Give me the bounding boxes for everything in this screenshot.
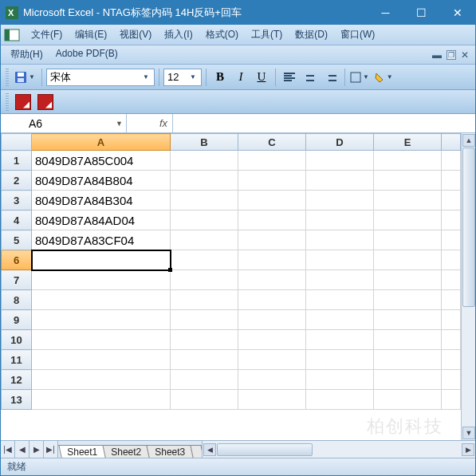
cell-D11[interactable] xyxy=(306,350,374,370)
cell-E8[interactable] xyxy=(374,290,442,310)
cell-B6[interactable] xyxy=(171,250,238,270)
cell-A12[interactable] xyxy=(32,370,171,390)
cell-B7[interactable] xyxy=(171,270,238,290)
scroll-left-button[interactable]: ◀ xyxy=(203,443,216,456)
menu-insert[interactable]: 插入(I) xyxy=(158,26,199,44)
scroll-down-button[interactable]: ▼ xyxy=(462,427,475,439)
cell-C11[interactable] xyxy=(238,350,306,370)
menu-view[interactable]: 视图(V) xyxy=(113,26,158,44)
cell-E4[interactable] xyxy=(374,210,442,230)
cell-overflow[interactable] xyxy=(442,151,461,171)
cell-E1[interactable] xyxy=(374,151,442,171)
cell-A9[interactable] xyxy=(32,310,171,330)
column-header-C[interactable]: C xyxy=(238,134,306,151)
row-header-2[interactable]: 2 xyxy=(2,171,32,191)
cell-A8[interactable] xyxy=(32,290,171,310)
sheet-nav-first[interactable]: |◀ xyxy=(1,441,15,458)
cell-D7[interactable] xyxy=(306,270,374,290)
toolbar-grip[interactable] xyxy=(6,69,9,86)
cell-B2[interactable] xyxy=(171,171,238,191)
menu-tools[interactable]: 工具(T) xyxy=(245,26,289,44)
row-header-10[interactable]: 10 xyxy=(2,330,32,350)
cell-C3[interactable] xyxy=(238,191,306,210)
cell-B3[interactable] xyxy=(171,191,238,210)
sheet-tab-Sheet1[interactable]: Sheet1 xyxy=(58,445,105,458)
cell-B10[interactable] xyxy=(171,330,238,350)
vertical-scrollbar[interactable]: ▲ ▼ xyxy=(461,133,475,440)
font-size-select[interactable]: 12▼ xyxy=(163,69,202,86)
cell-E3[interactable] xyxy=(374,191,442,210)
cell-D8[interactable] xyxy=(306,290,374,310)
maximize-button[interactable]: ☐ xyxy=(403,1,439,25)
row-header-4[interactable]: 4 xyxy=(2,210,32,230)
formula-input[interactable] xyxy=(173,114,475,132)
cell-A13[interactable] xyxy=(32,390,171,410)
cell-B9[interactable] xyxy=(171,310,238,330)
cell-overflow[interactable] xyxy=(442,171,461,191)
fx-label[interactable]: fx xyxy=(127,114,173,132)
cell-D3[interactable] xyxy=(306,191,374,210)
name-box[interactable]: A6 ▼ xyxy=(1,114,127,132)
cell-E5[interactable] xyxy=(374,230,442,250)
cell-overflow[interactable] xyxy=(442,330,461,350)
sheet-nav-prev[interactable]: ◀ xyxy=(15,441,30,458)
save-button[interactable]: ▼ xyxy=(14,68,37,87)
cell-E2[interactable] xyxy=(374,171,442,191)
cell-B1[interactable] xyxy=(171,151,238,171)
cell-C6[interactable] xyxy=(238,250,306,270)
cell-C7[interactable] xyxy=(238,270,306,290)
menu-adobe-pdf[interactable]: Adobe PDF(B) xyxy=(49,45,124,64)
toolbar-grip-2[interactable] xyxy=(6,93,9,111)
row-header-11[interactable]: 11 xyxy=(2,350,32,370)
select-all-corner[interactable] xyxy=(2,134,32,151)
row-header-12[interactable]: 12 xyxy=(2,370,32,390)
cell-C1[interactable] xyxy=(238,151,306,171)
cell-overflow[interactable] xyxy=(442,290,461,310)
column-header-overflow[interactable] xyxy=(442,134,461,151)
row-header-8[interactable]: 8 xyxy=(2,290,32,310)
cell-D2[interactable] xyxy=(306,171,374,191)
doc-restore-button[interactable]: ❐ xyxy=(446,50,456,60)
cell-D1[interactable] xyxy=(306,151,374,171)
column-header-E[interactable]: E xyxy=(374,134,442,151)
row-header-1[interactable]: 1 xyxy=(2,151,32,171)
cell-D5[interactable] xyxy=(306,230,374,250)
scroll-up-button[interactable]: ▲ xyxy=(462,134,475,147)
cell-overflow[interactable] xyxy=(442,370,461,390)
align-left-button[interactable] xyxy=(280,68,299,87)
cell-A4[interactable]: 8049D87A84AD04 xyxy=(32,210,171,230)
cell-C4[interactable] xyxy=(238,210,306,230)
menu-file[interactable]: 文件(F) xyxy=(25,26,69,44)
cell-B4[interactable] xyxy=(171,210,238,230)
cell-A2[interactable]: 8049D87A84B804 xyxy=(32,171,171,191)
italic-button[interactable]: I xyxy=(231,68,250,87)
row-header-3[interactable]: 3 xyxy=(2,191,32,210)
cell-C12[interactable] xyxy=(238,370,306,390)
cell-D12[interactable] xyxy=(306,370,374,390)
cell-E7[interactable] xyxy=(374,270,442,290)
row-header-6[interactable]: 6 xyxy=(2,250,32,270)
font-select[interactable]: 宋体▼ xyxy=(46,69,155,86)
cell-overflow[interactable] xyxy=(442,270,461,290)
borders-button[interactable]: ▼ xyxy=(349,68,372,87)
vscroll-thumb[interactable] xyxy=(462,148,475,307)
pdf-create-button[interactable] xyxy=(12,92,34,112)
cell-C2[interactable] xyxy=(238,171,306,191)
cell-D13[interactable] xyxy=(306,390,374,410)
cell-E6[interactable] xyxy=(374,250,442,270)
cell-A3[interactable]: 8049D87A84B304 xyxy=(32,191,171,210)
cell-A6[interactable] xyxy=(32,250,171,270)
row-header-9[interactable]: 9 xyxy=(2,310,32,330)
cell-C10[interactable] xyxy=(238,330,306,350)
cell-E9[interactable] xyxy=(374,310,442,330)
cell-A1[interactable]: 8049D87A85C004 xyxy=(32,151,171,171)
column-header-B[interactable]: B xyxy=(171,134,238,151)
menu-window[interactable]: 窗口(W) xyxy=(334,26,381,44)
sheet-tab-Sheet3[interactable]: Sheet3 xyxy=(146,445,193,458)
cell-B11[interactable] xyxy=(171,350,238,370)
underline-button[interactable]: U xyxy=(252,68,271,87)
cell-C9[interactable] xyxy=(238,310,306,330)
cell-overflow[interactable] xyxy=(442,350,461,370)
cell-overflow[interactable] xyxy=(442,191,461,210)
cell-A11[interactable] xyxy=(32,350,171,370)
